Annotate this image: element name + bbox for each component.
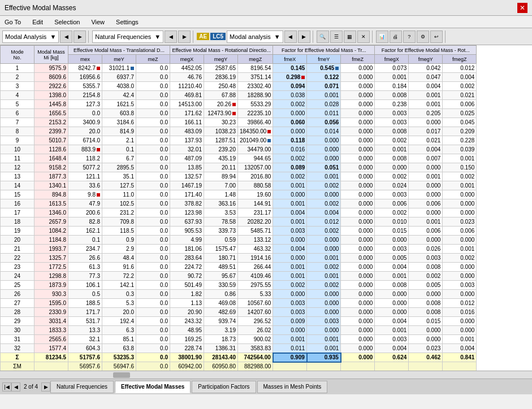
cell-mex: 121.1: [68, 172, 102, 181]
table-row: 24 1298.8 77.3 72.2 0.0 90.72 95.67 4109…: [1, 272, 477, 281]
menu-goto[interactable]: Go To: [2, 19, 23, 25]
cell-mi: 1346.0: [34, 208, 68, 217]
cell-fmegx: 0.008: [375, 91, 409, 100]
menu-selection[interactable]: Selection: [52, 19, 82, 25]
cell-sigmam-fmegz: [443, 362, 477, 371]
tab-bar: |◀ ◀ 2 of 4 ▶ Natural Frequencies Effect…: [0, 378, 532, 394]
cell-fmegy: 0.000: [409, 118, 443, 127]
cell-mey: 85.1: [102, 335, 136, 344]
cell-fmex: 0.038: [273, 91, 307, 100]
cell-mey: 814.9: [102, 127, 136, 136]
cell-megz: 19.60: [238, 190, 273, 199]
cell-sigmam-fmez: [341, 362, 375, 371]
cell-megz: 463.32: [238, 245, 273, 254]
scrollbar-thumb[interactable]: [113, 372, 130, 378]
th-mey: meY: [102, 55, 136, 64]
cell-mex: 106.1: [68, 281, 102, 290]
cell-mi: 1298.8: [34, 272, 68, 281]
toolbar-search-btn[interactable]: 🔍: [317, 31, 329, 43]
cell-fmegx: 0.000: [375, 290, 409, 299]
toolbar-next-btn2[interactable]: ▶: [178, 31, 191, 43]
table-row: 28 2330.9 171.7 20.0 0.0 20.90 482.69 14…: [1, 308, 477, 317]
tab-prev-btn[interactable]: ◀: [11, 382, 20, 391]
horizontal-scrollbar[interactable]: [0, 371, 532, 378]
close-button[interactable]: ✕: [517, 3, 527, 13]
cell-fmegz: 0.150: [443, 163, 477, 172]
toolbar-prev-btn2[interactable]: ◀: [165, 31, 177, 43]
menu-edit[interactable]: Edit: [30, 19, 45, 25]
cell-fmez: 0.000: [341, 236, 375, 245]
toolbar-chart-btn[interactable]: ✕: [357, 31, 370, 43]
cell-mi: 1577.4: [34, 344, 68, 353]
modal-analysis-dropdown[interactable]: Modal Analysis ▼: [2, 31, 59, 43]
cell-sigma-fmey: 0.935: [307, 353, 341, 362]
cell-mex: 77.3: [68, 272, 102, 281]
toolbar-next-btn3[interactable]: ▶: [298, 31, 310, 43]
tab-first-btn[interactable]: |◀: [2, 382, 11, 391]
table-row: 17 1346.0 200.6 231.2 0.0 123.98 3.53 23…: [1, 208, 477, 217]
toolbar-prev-btn[interactable]: ◀: [60, 31, 72, 43]
cell-mode-no: 24: [1, 272, 34, 281]
tab-masses-mesh-points[interactable]: Masses in Mesh Points: [257, 381, 328, 393]
table-container[interactable]: ModeNo. Modal MassMi [kg] Effective Moda…: [0, 45, 532, 371]
cell-fmegx: 0.003: [375, 118, 409, 127]
cell-mez: 0.0: [136, 136, 170, 145]
toolbar-filter-btn[interactable]: ☰: [330, 31, 343, 43]
cell-sigma-mey: 53235.3: [102, 353, 136, 362]
cell-megx: 11210.40: [170, 82, 204, 91]
cell-mode-no: 19: [1, 227, 34, 236]
cell-megz: 184350.00: [238, 127, 273, 136]
toolbar-excel-btn[interactable]: 📊: [376, 31, 388, 43]
tab-effective-modal-masses[interactable]: Effective Modal Masses: [115, 381, 191, 393]
cell-fmex: 0.145: [273, 64, 307, 73]
cell-mode-no: 3: [1, 82, 34, 91]
cell-megz: 2975.55: [238, 281, 273, 290]
toolbar-select-btn[interactable]: ▦: [344, 31, 356, 43]
cell-mey: 63.8: [102, 344, 136, 353]
cell-megz: 1914.16: [238, 254, 273, 263]
tab-participation-factors[interactable]: Participation Factors: [192, 381, 256, 393]
cell-mey: 20.0: [102, 308, 136, 317]
toolbar-help-btn[interactable]: ?: [403, 31, 416, 43]
cell-megy: 1.48: [204, 190, 238, 199]
cell-mey: 11.0: [102, 190, 136, 199]
cell-mode-no: 2: [1, 73, 34, 82]
toolbar-print-btn[interactable]: 🖨: [390, 31, 402, 43]
toolbar-next-btn[interactable]: ▶: [73, 31, 86, 43]
mini-blue-indicator: [335, 67, 339, 70]
cell-mex: 0.0: [68, 109, 102, 118]
cell-megz: 5485.71: [238, 227, 273, 236]
cell-mey: 192.4: [102, 317, 136, 326]
cell-mode-no: 26: [1, 290, 34, 299]
cell-fmegy: 0.047: [409, 73, 443, 82]
cell-mi: 1648.4: [34, 154, 68, 163]
modal-analysis-mode-dropdown[interactable]: Modal analysis ▼: [227, 31, 283, 43]
table-row: 12 9158.2 5077.2 2895.5 0.0 13.85 20.11 …: [1, 163, 477, 172]
cell-mi: 1873.9: [34, 281, 68, 290]
tab-natural-frequencies[interactable]: Natural Frequencies: [50, 381, 114, 393]
cell-megx: 132.57: [170, 172, 204, 181]
cell-fmegx: 0.004: [375, 263, 409, 272]
menu-view[interactable]: View: [89, 19, 107, 25]
toolbar-prev-btn3[interactable]: ◀: [284, 31, 297, 43]
cell-fmez: 0.000: [341, 299, 375, 308]
cell-megy: 7.00: [204, 181, 238, 190]
cell-fmey: 0.002: [307, 281, 341, 290]
toolbar-back-btn[interactable]: ↩: [430, 31, 443, 43]
toolbar-settings-btn[interactable]: ⚙: [417, 31, 429, 43]
cell-fmegy: 0.000: [409, 290, 443, 299]
cell-mode-no: 22: [1, 254, 34, 263]
natural-freq-dropdown[interactable]: Natural Frequencies ▼: [92, 31, 163, 43]
cell-megx: 14513.00: [170, 100, 204, 109]
tab-next-btn[interactable]: ▶: [41, 382, 50, 391]
cell-mi: 1128.6: [34, 145, 68, 154]
cell-fmey: 0.002: [307, 263, 341, 272]
cell-fmegz: 0.209: [443, 127, 477, 136]
cell-mex: 604.3: [68, 344, 102, 353]
cell-fmegy: 0.008: [409, 263, 443, 272]
cell-fmegx: 0.001: [375, 145, 409, 154]
cell-fmegx: 0.001: [375, 272, 409, 281]
menu-settings[interactable]: Settings: [114, 19, 141, 25]
cell-fmex: 0.000: [273, 190, 307, 199]
cell-fmey: 0.012: [307, 217, 341, 227]
